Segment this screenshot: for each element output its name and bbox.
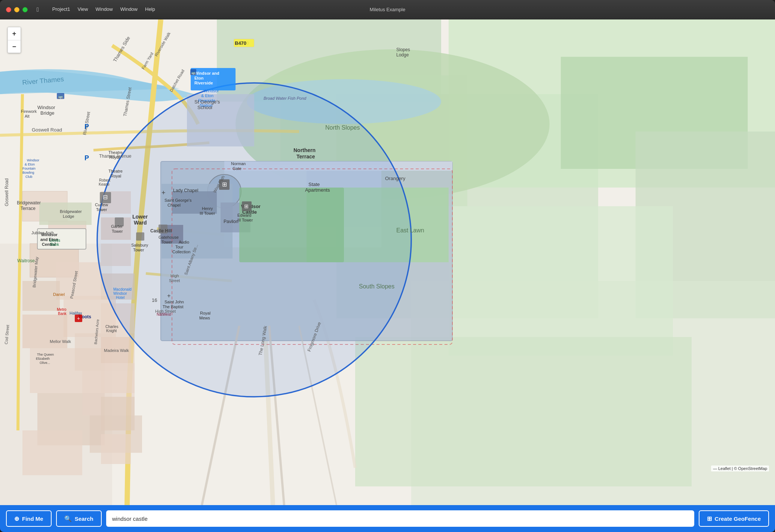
svg-text:Hotel: Hotel [116, 296, 124, 300]
search-input[interactable] [106, 510, 694, 527]
menu-help[interactable]: Help [142, 6, 158, 14]
map-container[interactable]: River Thames Windsor Bridge Thames Side … [0, 19, 775, 505]
svg-text:Windsor: Windsor [204, 89, 219, 93]
svg-text:East Lawn: East Lawn [396, 227, 424, 233]
title-bar:  Project1 View Window Window Help Milet… [0, 0, 775, 19]
zoom-in-button[interactable]: + [8, 27, 21, 40]
svg-text:Northern: Northern [293, 147, 316, 153]
map-svg: River Thames Windsor Bridge Thames Side … [0, 19, 775, 505]
svg-rect-45 [101, 363, 135, 393]
svg-text:Lodge: Lodge [63, 214, 74, 219]
svg-text:Orangery: Orangery [385, 176, 406, 181]
svg-text:Fountain: Fountain [22, 167, 36, 170]
svg-text:Windsor and: Windsor and [194, 71, 219, 75]
svg-text:Street: Street [169, 278, 180, 283]
svg-text:Tower: Tower [112, 229, 123, 233]
svg-text:Theatre: Theatre [108, 169, 123, 173]
menu-window-2[interactable]: Window [117, 6, 141, 14]
zoom-out-button[interactable]: − [8, 40, 21, 53]
svg-text:Norman: Norman [231, 161, 246, 166]
svg-text:& Eton: & Eton [201, 93, 213, 98]
window-title: Miletus Example [370, 7, 405, 12]
app-window:  Project1 View Window Window Help Milet… [0, 0, 775, 532]
svg-text:Gatehouse: Gatehouse [159, 235, 179, 239]
menu-project1[interactable]: Project1 [49, 6, 73, 14]
svg-text:Royal: Royal [200, 311, 210, 315]
svg-text:Alt: Alt [25, 114, 30, 118]
svg-text:Knight: Knight [106, 329, 117, 333]
svg-text:Macdonald: Macdonald [113, 287, 132, 291]
svg-text:Charles: Charles [105, 325, 118, 329]
svg-text:Tower: Tower [133, 248, 144, 252]
svg-text:Bank: Bank [58, 312, 67, 316]
create-geofence-button[interactable]: ⊞ Create GeoFence [699, 510, 769, 527]
svg-rect-11 [355, 337, 692, 486]
close-button[interactable] [6, 7, 11, 12]
svg-text:Garter: Garter [111, 224, 123, 229]
svg-text:Metro: Metro [57, 307, 67, 312]
svg-text:Bridge: Bridge [40, 110, 55, 116]
svg-text:Goswell Road: Goswell Road [4, 178, 9, 206]
menu-bar:  Project1 View Window Window Help [34, 6, 158, 14]
svg-text:The Queen: The Queen [37, 353, 54, 356]
svg-text:Broad Water Fish Pond: Broad Water Fish Pond [264, 96, 307, 100]
svg-text:Royal: Royal [111, 174, 121, 178]
svg-text:Gate: Gate [233, 166, 242, 171]
svg-text:Waitrose: Waitrose [17, 258, 35, 263]
svg-rect-47 [101, 434, 131, 464]
svg-text:Theatre: Theatre [108, 150, 123, 155]
svg-text:Terrace: Terrace [21, 206, 36, 211]
zoom-controls: + − [7, 27, 21, 53]
svg-text:🚌: 🚌 [58, 94, 63, 99]
svg-text:Goswell Road: Goswell Road [32, 127, 62, 133]
search-icon: 🔍 [64, 515, 72, 522]
search-button[interactable]: 🔍 Search [56, 510, 102, 527]
svg-text:⊞: ⊞ [222, 181, 227, 188]
svg-text:⊞: ⊞ [244, 203, 249, 209]
svg-text:Castle Hill: Castle Hill [150, 228, 172, 233]
svg-text:P: P [84, 123, 89, 130]
svg-text:Slopes: Slopes [396, 47, 410, 52]
svg-text:Royal: Royal [109, 155, 120, 160]
svg-text:Salisbury: Salisbury [131, 243, 148, 247]
svg-text:Riverside: Riverside [194, 81, 213, 85]
svg-text:Lower: Lower [132, 214, 148, 220]
svg-text:Lady Chapel: Lady Chapel [173, 188, 198, 193]
svg-text:Terrace: Terrace [296, 154, 315, 160]
svg-text:Curfew: Curfew [95, 202, 108, 207]
minimize-button[interactable] [14, 7, 19, 12]
svg-text:B470: B470 [235, 40, 246, 46]
svg-text:Tower: Tower [162, 240, 173, 244]
svg-text:Jubilee Arch: Jubilee Arch [31, 231, 54, 235]
svg-text:Lodge: Lodge [396, 52, 409, 58]
svg-text:Madeira Walk: Madeira Walk [104, 348, 129, 353]
svg-text:Chapel: Chapel [167, 203, 181, 207]
map-attribution: — Leaflet | © OpenStreetMap [711, 466, 769, 471]
svg-text:Mews: Mews [199, 316, 210, 320]
svg-text:Audio: Audio [179, 240, 189, 244]
svg-text:Robert: Robert [99, 178, 110, 182]
svg-text:Saint George's: Saint George's [164, 198, 192, 202]
svg-text:III Tower: III Tower [200, 211, 215, 216]
svg-text:Tour: Tour [175, 245, 184, 249]
svg-rect-117 [136, 232, 144, 241]
apple-menu[interactable]:  [34, 6, 42, 14]
create-geofence-label: Create GeoFence [715, 516, 761, 522]
svg-text:Keane: Keane [99, 182, 110, 186]
svg-text:Firework: Firework [21, 109, 37, 114]
svg-text:+: + [167, 293, 170, 299]
svg-text:Tower: Tower [96, 207, 107, 212]
find-me-button[interactable]: ⊕ Find Me [6, 510, 52, 527]
svg-text:Windsor: Windsor [37, 105, 55, 110]
svg-text:III Tower: III Tower [237, 218, 253, 222]
svg-text:The Baptist: The Baptist [163, 304, 184, 309]
menu-view[interactable]: View [75, 6, 91, 14]
svg-text:Daniel: Daniel [53, 292, 65, 297]
svg-text:State: State [308, 182, 320, 187]
svg-rect-46 [101, 397, 135, 430]
svg-text:School: School [197, 105, 212, 110]
svg-text:+: + [162, 189, 166, 197]
menu-window-1[interactable]: Window [93, 6, 116, 14]
maximize-button[interactable] [22, 7, 28, 12]
geofence-icon: ⊞ [707, 515, 712, 522]
